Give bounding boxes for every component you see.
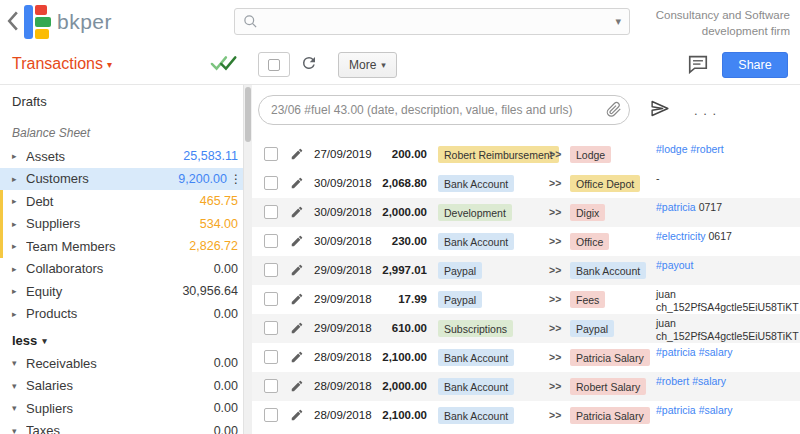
txn-to-account[interactable]: Bank Account (570, 262, 646, 279)
sidebar-account-group[interactable]: ▸ Team Members 2,826.72 ⋮ (0, 235, 243, 258)
hashtag-link[interactable]: #salary (692, 375, 726, 387)
scrollbar-thumb[interactable] (245, 87, 251, 142)
transaction-row[interactable]: 30/09/2018 2,000.00 Development >> Digix… (252, 198, 800, 227)
edit-pencil-icon[interactable] (290, 408, 304, 426)
expand-arrow-icon[interactable]: ▸ (12, 286, 26, 296)
refresh-button[interactable] (300, 54, 318, 75)
sidebar-item-drafts[interactable]: Drafts (0, 85, 243, 117)
expand-arrow-icon[interactable]: ▸ (12, 264, 26, 274)
txn-from-account[interactable]: Bank Account (438, 378, 514, 395)
row-checkbox[interactable] (264, 350, 278, 364)
bkper-logo[interactable]: bkper (24, 5, 112, 39)
sidebar-account-group[interactable]: ▸ Debt 465.75 ⋮ (0, 190, 243, 213)
transaction-row[interactable]: 27/09/2019 200.00 Robert Reimbursement >… (252, 140, 800, 169)
txn-from-account[interactable]: Bank Account (438, 407, 514, 424)
row-checkbox[interactable] (264, 292, 278, 306)
row-checkbox[interactable] (264, 321, 278, 335)
row-checkbox[interactable] (264, 147, 278, 161)
expand-arrow-icon[interactable]: ▸ (12, 219, 26, 229)
txn-from-account[interactable]: Robert Reimbursement (438, 146, 559, 163)
sidebar-account-group[interactable]: ▸ Suppliers 534.00 ⋮ (0, 213, 243, 236)
expand-arrow-icon[interactable]: ▾ (12, 403, 26, 413)
txn-to-account[interactable]: Patricia Salary (570, 349, 650, 366)
view-switcher-transactions[interactable]: Transactions ▾ (12, 55, 112, 73)
transaction-row[interactable]: 28/09/2018 2,100.00 Bank Account >> Patr… (252, 343, 800, 372)
edit-pencil-icon[interactable] (290, 350, 304, 368)
hashtag-link[interactable]: #lodge (656, 143, 688, 155)
transaction-row[interactable]: 30/09/2018 230.00 Bank Account >> Office… (252, 227, 800, 256)
hashtag-link[interactable]: #payout (656, 259, 693, 271)
txn-from-account[interactable]: Paypal (438, 262, 482, 279)
expand-arrow-icon[interactable]: ▸ (12, 309, 26, 319)
expand-arrow-icon[interactable]: ▸ (12, 174, 26, 184)
send-button[interactable] (648, 98, 672, 122)
sidebar-less-toggle[interactable]: less ▾ (0, 325, 243, 352)
txn-from-account[interactable]: Development (438, 204, 512, 221)
sidebar-account-group[interactable]: ▸ Collaborators 0.00 ⋮ (0, 258, 243, 281)
txn-from-account[interactable]: Paypal (438, 291, 482, 308)
hashtag-link[interactable]: #patricia (656, 404, 696, 416)
expand-arrow-icon[interactable]: ▸ (12, 151, 26, 161)
txn-to-account[interactable]: Fees (570, 291, 605, 308)
back-button[interactable] (2, 9, 22, 35)
row-checkbox[interactable] (264, 263, 278, 277)
row-checkbox[interactable] (264, 176, 278, 190)
sidebar-account-group[interactable]: ▸ Customers 9,200.00 ⋮ (0, 168, 243, 191)
txn-to-account[interactable]: Digix (570, 204, 605, 221)
txn-from-account[interactable]: Bank Account (438, 175, 514, 192)
comments-button[interactable] (688, 55, 708, 77)
sidebar-section-balance-sheet[interactable]: Balance Sheet (0, 117, 243, 145)
txn-to-account[interactable]: Patricia Salary (570, 407, 650, 424)
edit-pencil-icon[interactable] (290, 321, 304, 339)
transaction-row[interactable]: 30/09/2018 2,068.80 Bank Account >> Offi… (252, 169, 800, 198)
row-checkbox[interactable] (264, 379, 278, 393)
expand-arrow-icon[interactable]: ▸ (12, 196, 26, 206)
sidebar-account-group[interactable]: ▸ Products 0.00 ⋮ (0, 303, 243, 326)
composer-more-button[interactable]: . . . (694, 103, 717, 118)
hashtag-link[interactable]: #robert (690, 143, 723, 155)
attach-file-button[interactable] (606, 101, 622, 121)
expand-arrow-icon[interactable]: ▾ (12, 358, 26, 368)
txn-from-account[interactable]: Subscriptions (438, 320, 513, 337)
transaction-row[interactable]: 29/09/2018 610.00 Subscriptions >> Paypa… (252, 314, 800, 343)
hashtag-link[interactable]: #salary (699, 346, 733, 358)
sidebar-account-group[interactable]: ▾ Taxes 0.00 ⋮ (0, 420, 243, 434)
new-transaction-input[interactable] (258, 95, 630, 125)
row-checkbox[interactable] (264, 234, 278, 248)
transaction-row[interactable]: 29/09/2018 17.99 Paypal >> Fees juanch_1… (252, 285, 800, 314)
global-search-bar[interactable]: ▾ (234, 8, 630, 35)
sidebar-account-group[interactable]: ▾ Salaries 0.00 ⋮ (0, 375, 243, 398)
txn-from-account[interactable]: Bank Account (438, 233, 514, 250)
edit-pencil-icon[interactable] (290, 292, 304, 310)
row-checkbox[interactable] (264, 205, 278, 219)
sidebar-account-group[interactable]: ▾ Supliers 0.00 ⋮ (0, 397, 243, 420)
txn-to-account[interactable]: Lodge (570, 146, 611, 163)
transaction-row[interactable]: 28/09/2018 2,100.00 Bank Account >> Patr… (252, 401, 800, 430)
more-button[interactable]: More ▾ (338, 52, 397, 78)
edit-pencil-icon[interactable] (290, 263, 304, 281)
search-caret-down-icon[interactable]: ▾ (615, 15, 621, 28)
sidebar-account-group[interactable]: ▾ Receivables 0.00 ⋮ (0, 352, 243, 375)
transaction-row[interactable]: 28/09/2018 2,000.00 Bank Account >> Robe… (252, 372, 800, 401)
edit-pencil-icon[interactable] (290, 234, 304, 252)
expand-arrow-icon[interactable]: ▾ (12, 426, 26, 434)
edit-pencil-icon[interactable] (290, 379, 304, 397)
txn-to-account[interactable]: Paypal (570, 320, 614, 337)
edit-pencil-icon[interactable] (290, 205, 304, 223)
hashtag-link[interactable]: #electricity (656, 230, 706, 242)
hashtag-link[interactable]: #patricia (656, 346, 696, 358)
row-checkbox[interactable] (264, 408, 278, 422)
share-button[interactable]: Share (722, 52, 788, 78)
hashtag-link[interactable]: #patricia (656, 201, 696, 213)
sidebar-account-group[interactable]: ▸ Equity 30,956.64 ⋮ (0, 280, 243, 303)
txn-to-account[interactable]: Office (570, 233, 609, 250)
edit-pencil-icon[interactable] (290, 176, 304, 194)
txn-to-account[interactable]: Robert Salary (570, 378, 646, 395)
txn-from-account[interactable]: Bank Account (438, 349, 514, 366)
hashtag-link[interactable]: #robert (656, 375, 689, 387)
row-menu-dots-icon[interactable]: ⋮ (230, 172, 238, 186)
hashtag-link[interactable]: #salary (699, 404, 733, 416)
edit-pencil-icon[interactable] (290, 147, 304, 165)
txn-to-account[interactable]: Office Depot (570, 175, 640, 192)
search-input[interactable] (258, 14, 615, 29)
